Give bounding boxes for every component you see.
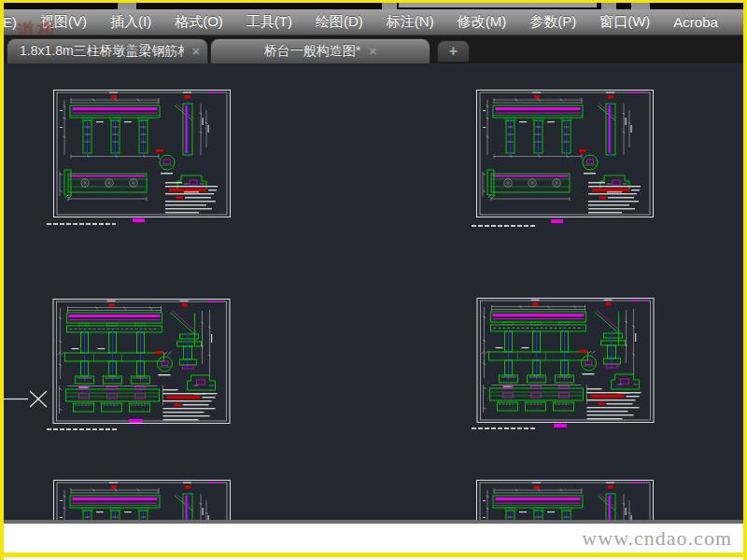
titlebar-fragment [382, 3, 397, 9]
menu-tools[interactable]: 工具(T) [247, 13, 292, 31]
titlebar-remnant [4, 3, 743, 9]
tab-document-2[interactable]: 桥台一般构造图* × [210, 38, 430, 63]
document-tab-bar: 1.8x1.8m三柱桥墩盖梁钢筋构造图* × 桥台一般构造图* × + [4, 35, 743, 63]
titlebar-fragment [601, 3, 616, 9]
tab-label: 桥台一般构造图* [264, 43, 360, 60]
titlebar-fragment [631, 3, 650, 9]
titlebar-fragment [399, 3, 597, 7]
menu-modify[interactable]: 修改(M) [458, 13, 507, 31]
menu-view[interactable]: 视图(V) [40, 13, 87, 31]
site-watermark: www.cndao.com [582, 526, 732, 551]
tab-label: 1.8x1.8m三柱桥墩盖梁钢筋构造图* [20, 43, 184, 60]
frame-border [0, 0, 747, 3]
menu-format[interactable]: 格式(O) [175, 13, 223, 31]
close-icon[interactable]: × [369, 45, 376, 58]
menu-draw[interactable]: 绘图(D) [316, 13, 363, 31]
footer-band: www.cndao.com [4, 524, 743, 553]
frame-border [743, 0, 747, 560]
menu-window[interactable]: 窗口(W) [599, 13, 650, 31]
menu-insert[interactable]: 插入(I) [110, 13, 151, 31]
tab-document-1[interactable]: 1.8x1.8m三柱桥墩盖梁钢筋构造图* × [7, 38, 208, 63]
titlebar-fragment [118, 3, 136, 9]
close-icon[interactable]: × [192, 45, 200, 58]
application-window: 道桥 (E) 视图(V) 插入(I) 格式(O) 工具(T) 绘图(D) 标注(… [0, 0, 747, 560]
crosshair-cursor [4, 63, 743, 520]
menu-parametric[interactable]: 参数(P) [529, 13, 576, 31]
menu-acrobat[interactable]: Acroba [673, 14, 718, 30]
new-tab-button[interactable]: + [437, 40, 470, 63]
menu-dimension[interactable]: 标注(N) [387, 13, 434, 31]
model-space-canvas[interactable] [4, 63, 743, 520]
frame-border [0, 0, 4, 560]
menu-bar: 道桥 (E) 视图(V) 插入(I) 格式(O) 工具(T) 绘图(D) 标注(… [4, 9, 743, 35]
